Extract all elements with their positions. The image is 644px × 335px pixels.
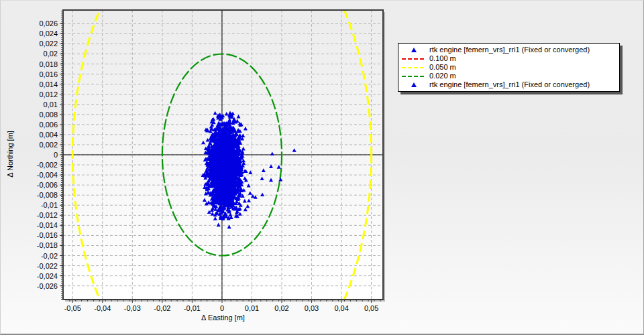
svg-text:-0,006: -0,006 — [37, 181, 58, 189]
legend-item-circle-0020: 0.020 m — [398, 72, 616, 80]
svg-text:-0,014: -0,014 — [37, 221, 58, 229]
svg-text:0,04: 0,04 — [334, 304, 348, 312]
legend-item-series-top: rtk engine [femern_vrs]_rri1 (Fixed or c… — [398, 46, 616, 54]
svg-text:0: 0 — [220, 304, 224, 312]
svg-text:0,01: 0,01 — [245, 304, 259, 312]
triangle-marker-icon — [411, 82, 417, 87]
svg-text:0,014: 0,014 — [39, 80, 58, 88]
legend: rtk engine [femern_vrs]_rri1 (Fixed or c… — [398, 43, 620, 92]
legend-sample — [398, 76, 429, 77]
legend-sample — [398, 48, 429, 52]
svg-text:0: 0 — [54, 151, 58, 159]
svg-text:-0,02: -0,02 — [154, 304, 170, 312]
svg-text:-0,012: -0,012 — [37, 211, 58, 219]
svg-text:-0,03: -0,03 — [124, 304, 141, 312]
svg-text:-0,004: -0,004 — [37, 171, 58, 179]
svg-text:-0,02: -0,02 — [41, 252, 58, 260]
svg-text:0,02: 0,02 — [44, 50, 58, 58]
svg-text:0,008: 0,008 — [39, 111, 58, 119]
triangle-marker-icon — [411, 48, 417, 52]
dashed-line-icon — [402, 67, 426, 68]
legend-item-circle-0100: 0.100 m — [398, 54, 616, 63]
report-panel: -0,05-0,04-0,03-0,02-0,0100,010,020,030,… — [0, 0, 644, 335]
dashed-line-icon — [402, 58, 426, 60]
legend-sample — [398, 67, 429, 68]
svg-text:0,022: 0,022 — [39, 40, 58, 48]
svg-text:0,02: 0,02 — [274, 304, 288, 312]
legend-label: 0.100 m — [429, 54, 456, 63]
legend-item-series-bottom: rtk engine [femern_vrs]_rri1 (Fixed or c… — [398, 80, 616, 89]
svg-text:0,03: 0,03 — [305, 304, 319, 312]
legend-label: 0.050 m — [429, 63, 456, 72]
x-axis-title: Δ Easting [m] — [63, 314, 383, 322]
dashed-line-icon — [402, 76, 426, 77]
svg-text:-0,016: -0,016 — [37, 231, 58, 239]
svg-text:-0,04: -0,04 — [94, 304, 111, 312]
svg-text:0,018: 0,018 — [39, 60, 58, 68]
svg-text:-0,018: -0,018 — [37, 241, 58, 249]
svg-text:0,006: 0,006 — [39, 121, 58, 129]
plot-canvas[interactable]: -0,05-0,04-0,03-0,02-0,0100,010,020,030,… — [1, 1, 393, 335]
legend-label: 0.020 m — [429, 72, 456, 80]
svg-text:0,05: 0,05 — [364, 304, 378, 312]
svg-text:0,01: 0,01 — [44, 100, 58, 109]
svg-text:-0,01: -0,01 — [41, 201, 58, 209]
legend-item-circle-0050: 0.050 m — [398, 63, 616, 72]
svg-text:-0,01: -0,01 — [184, 304, 201, 312]
legend-label: rtk engine [femern_vrs]_rri1 (Fixed or c… — [429, 80, 590, 89]
svg-text:0,016: 0,016 — [39, 70, 58, 78]
svg-text:0,026: 0,026 — [39, 19, 58, 27]
y-tick-labels: 0,0260,0240,0220,020,0180,0160,0140,0120… — [37, 19, 58, 289]
svg-text:-0,022: -0,022 — [37, 262, 58, 270]
svg-text:0,024: 0,024 — [39, 29, 58, 38]
svg-text:0,012: 0,012 — [39, 90, 58, 98]
y-axis-title: Δ Northing [m] — [6, 87, 14, 221]
svg-text:0,004: 0,004 — [39, 131, 58, 139]
svg-text:-0,024: -0,024 — [37, 272, 58, 280]
svg-text:-0,026: -0,026 — [37, 282, 58, 290]
x-tick-labels: -0,05-0,04-0,03-0,02-0,0100,010,020,030,… — [64, 304, 379, 312]
legend-label: rtk engine [femern_vrs]_rri1 (Fixed or c… — [429, 46, 590, 54]
svg-text:0,002: 0,002 — [39, 141, 58, 149]
svg-text:-0,002: -0,002 — [37, 161, 58, 169]
legend-sample — [398, 58, 429, 60]
legend-sample — [398, 82, 429, 87]
svg-text:-0,008: -0,008 — [37, 191, 58, 199]
svg-text:-0,05: -0,05 — [64, 304, 81, 312]
